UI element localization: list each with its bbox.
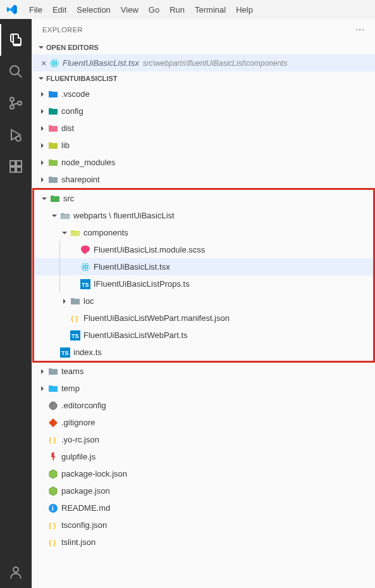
sass-icon	[80, 244, 91, 256]
tree-item-label: webparts \ fluentUiBasicList	[73, 211, 175, 220]
activity-run-debug[interactable]	[0, 119, 32, 151]
tree-item-label: package.json	[61, 486, 110, 496]
file-gulpfile[interactable]: gulpfile.js	[32, 448, 375, 465]
explorer-title: EXPLORER	[42, 26, 83, 34]
svg-point-3	[10, 105, 14, 109]
react-icon	[80, 261, 91, 273]
explorer-more-actions[interactable]: ···	[355, 24, 365, 35]
file-index-ts[interactable]: TSindex.ts	[34, 344, 373, 361]
chevron-right-icon	[37, 384, 47, 394]
folder-components[interactable]: components	[34, 224, 373, 241]
tree-item-label: sharepoint	[61, 175, 100, 184]
svg-text:TS: TS	[71, 333, 79, 339]
open-editors-header[interactable]: OPEN EDITORS	[32, 41, 375, 54]
open-editor-item[interactable]: × FluentUiBasicList.tsx src\webparts\flu…	[32, 54, 375, 72]
react-icon	[49, 58, 60, 69]
open-editors-label: OPEN EDITORS	[46, 44, 99, 51]
file-gitignore[interactable]: .gitignore	[32, 414, 375, 431]
chevron-right-icon	[59, 296, 70, 306]
tree-item-label: lib	[61, 141, 70, 150]
svg-text:{ }: { }	[49, 436, 56, 444]
file-editorconfig[interactable]: .editorconfig	[32, 397, 375, 414]
tree-item-label: temp	[61, 384, 80, 393]
file-props-ts[interactable]: TSIFluentUiBasicListProps.ts	[34, 275, 373, 292]
activity-accounts[interactable]	[0, 556, 32, 588]
explorer-sidebar: EXPLORER ··· OPEN EDITORS × FluentUiBasi…	[32, 19, 375, 588]
project-label: FLUENTUIBASICLIST	[46, 75, 117, 82]
svg-point-11	[54, 62, 56, 64]
folder-node-modules[interactable]: node_modules	[32, 154, 375, 171]
folder-loc[interactable]: loc	[34, 292, 373, 310]
typescript-icon: TS	[59, 347, 71, 358]
nodejs-icon	[47, 485, 59, 497]
svg-point-5	[16, 136, 21, 141]
file-readme[interactable]: iREADME.md	[32, 499, 375, 516]
file-package-lock[interactable]: package-lock.json	[32, 465, 375, 482]
json-icon: { }	[47, 520, 59, 531]
activity-bar	[0, 19, 32, 588]
folder-webparts[interactable]: webparts \ fluentUiBasicList	[34, 207, 373, 224]
menu-terminal[interactable]: Terminal	[190, 3, 231, 17]
svg-line-1	[18, 73, 22, 77]
tree-item-label: tslint.json	[61, 537, 95, 547]
file-tsconfig[interactable]: { }tsconfig.json	[32, 516, 375, 534]
folder-teams[interactable]: teams	[32, 363, 375, 380]
tree-item-label: .gitignore	[61, 418, 95, 427]
file-package-json[interactable]: package.json	[32, 482, 375, 499]
nodejs-icon	[47, 468, 59, 480]
chevron-down-icon	[39, 194, 49, 204]
menu-file[interactable]: File	[24, 3, 47, 17]
folder-icon	[47, 174, 59, 185]
chevron-down-icon	[59, 228, 70, 238]
file-manifest-json[interactable]: { }FluentUiBasicListWebPart.manifest.jso…	[34, 310, 373, 327]
tree-item-label: gulpfile.js	[61, 452, 95, 461]
activity-source-control[interactable]	[0, 87, 32, 119]
svg-rect-8	[16, 167, 22, 172]
json-icon: { }	[47, 434, 59, 446]
folder-sharepoint[interactable]: sharepoint	[32, 171, 375, 188]
folder-vscode[interactable]: .vscode	[32, 85, 375, 103]
folder-node-icon	[47, 157, 59, 168]
svg-rect-9	[16, 161, 22, 166]
tree-item-label: index.ts	[73, 347, 102, 357]
vscode-logo-icon	[6, 4, 18, 15]
activity-explorer[interactable]	[0, 24, 32, 56]
tree-item-label: tsconfig.json	[61, 520, 107, 530]
folder-src[interactable]: src	[34, 190, 373, 207]
file-tslint[interactable]: { }tslint.json	[32, 534, 375, 551]
folder-lib[interactable]: lib	[32, 137, 375, 154]
svg-point-10	[13, 567, 18, 572]
project-header[interactable]: FLUENTUIBASICLIST	[32, 72, 375, 85]
editor-file-name: FluentUiBasicList.tsx	[63, 58, 139, 68]
menu-edit[interactable]: Edit	[47, 3, 71, 17]
json-icon: { }	[70, 313, 81, 324]
menu-go[interactable]: Go	[144, 3, 164, 17]
folder-icon	[47, 366, 59, 377]
svg-point-15	[85, 266, 87, 268]
menu-view[interactable]: View	[116, 3, 144, 17]
svg-rect-7	[10, 167, 15, 172]
folder-config[interactable]: config	[32, 103, 375, 120]
folder-icon	[70, 296, 81, 307]
svg-text:i: i	[52, 505, 54, 512]
file-webpart-ts[interactable]: TSFluentUiBasicListWebPart.ts	[34, 327, 373, 344]
chevron-right-icon	[37, 123, 47, 134]
activity-extensions[interactable]	[0, 151, 32, 182]
file-scss[interactable]: FluentUiBasicList.module.scss	[34, 241, 373, 258]
menu-help[interactable]: Help	[231, 3, 258, 17]
git-icon	[47, 417, 59, 428]
file-tsx[interactable]: FluentUiBasicList.tsx	[34, 258, 373, 275]
tree-item-label: .vscode	[61, 89, 90, 99]
tree-item-label: .editorconfig	[61, 401, 106, 410]
menu-selection[interactable]: Selection	[71, 3, 115, 17]
folder-temp[interactable]: temp	[32, 380, 375, 397]
folder-dist[interactable]: dist	[32, 120, 375, 137]
activity-search[interactable]	[0, 56, 32, 87]
chevron-right-icon	[37, 106, 47, 116]
svg-point-0	[10, 66, 19, 75]
file-yo-rc[interactable]: { }.yo-rc.json	[32, 431, 375, 448]
close-editor-icon[interactable]: ×	[39, 58, 49, 68]
menu-run[interactable]: Run	[164, 3, 190, 17]
svg-point-2	[10, 97, 14, 101]
editorconfig-icon	[47, 400, 59, 411]
